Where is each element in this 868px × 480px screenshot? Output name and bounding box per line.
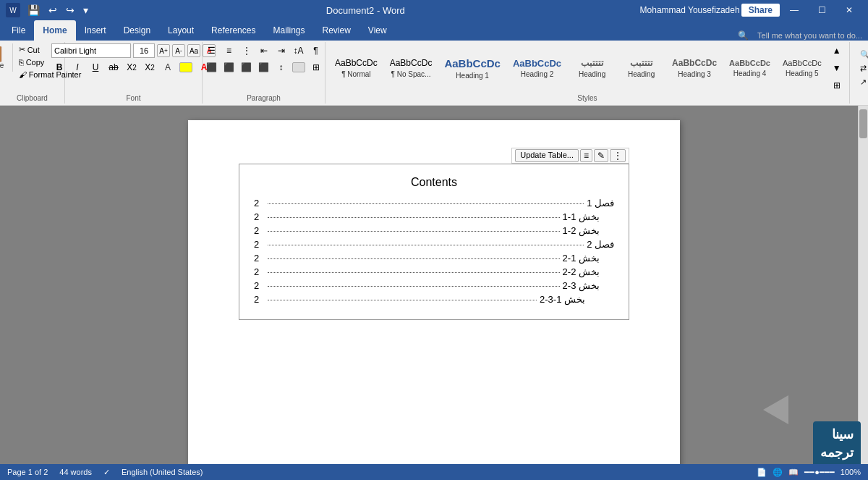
tab-references[interactable]: References — [203, 20, 264, 41]
styles-content: AaBbCcDc ¶ Normal AaBbCcDc ¶ No Spac... … — [330, 43, 845, 93]
view-web-btn[interactable]: 🌐 — [773, 468, 783, 477]
tab-mailings[interactable]: Mailings — [264, 20, 313, 41]
document-area: Update Table... ≡ ✎ ⋮ Contents فصل 1 2 — [0, 106, 868, 464]
style-arabic2-btn[interactable]: تتتتبب Heading — [618, 46, 665, 90]
toc-icon-2[interactable]: ✎ — [594, 149, 608, 162]
redo-quick-btn[interactable]: ↪ — [63, 3, 77, 17]
tab-review[interactable]: Review — [313, 20, 359, 41]
styles-more-up-btn[interactable]: ▲ — [829, 43, 845, 58]
style-heading3-preview: AaBbCcDc — [672, 58, 717, 68]
watermark-line1: سینا — [820, 426, 854, 444]
ribbon-search[interactable]: Tell me what you want to do... — [757, 31, 862, 40]
toc-entry-1: فصل 1 2 — [254, 198, 614, 209]
document-page: Update Table... ≡ ✎ ⋮ Contents فصل 1 2 — [188, 120, 680, 464]
scroll-thumb[interactable] — [859, 109, 867, 138]
undo-quick-btn[interactable]: ↩ — [46, 3, 60, 17]
styles-group: AaBbCcDc ¶ Normal AaBbCcDc ¶ No Spac... … — [326, 42, 850, 104]
share-btn[interactable]: Share — [741, 4, 780, 17]
more-quick-btn[interactable]: ▾ — [80, 3, 91, 17]
select-btn[interactable]: ↗ Select — [857, 76, 868, 88]
numbering-btn[interactable]: ≡ — [221, 43, 237, 58]
justify-btn[interactable]: ⬛ — [256, 60, 272, 75]
close-btn[interactable]: ✕ — [836, 0, 862, 20]
align-center-btn[interactable]: ⬛ — [221, 60, 237, 75]
document-wrapper: Update Table... ≡ ✎ ⋮ Contents فصل 1 2 — [0, 106, 868, 464]
find-btn[interactable]: 🔍 Find — [857, 49, 868, 61]
tab-view[interactable]: View — [359, 20, 396, 41]
tab-file[interactable]: File — [3, 20, 34, 41]
language-status: English (United States) — [122, 468, 203, 476]
sort-btn[interactable]: ↕A — [291, 43, 307, 58]
style-heading5-btn[interactable]: AaBbCcDc Heading 5 — [778, 46, 827, 90]
view-print-btn[interactable]: 📄 — [757, 468, 767, 477]
superscript-btn[interactable]: X2 — [142, 60, 158, 75]
style-heading2-btn[interactable]: AaBbCcDc Heading 2 — [508, 46, 566, 90]
toc-entry-3: بخش 2-1 2 — [254, 225, 614, 236]
font-name-input[interactable] — [51, 43, 131, 58]
bold-btn[interactable]: B — [51, 60, 67, 75]
font-size-increase-btn[interactable]: A+ — [157, 44, 170, 57]
toc-page-3: 2 — [254, 225, 265, 236]
save-quick-btn[interactable]: 💾 — [25, 3, 43, 17]
toc-page-8: 2 — [254, 294, 265, 305]
toc-dots-8 — [268, 300, 537, 300]
words-status: 44 words — [59, 468, 92, 476]
styles-expand-btn[interactable]: ⊞ — [829, 78, 845, 93]
align-left-btn[interactable]: ⬛ — [204, 60, 220, 75]
shading-btn[interactable] — [292, 62, 305, 72]
toc-icon-3[interactable]: ⋮ — [610, 149, 626, 162]
style-normal-preview: AaBbCcDc — [335, 58, 378, 68]
decrease-indent-btn[interactable]: ⇤ — [256, 43, 272, 58]
vertical-scrollbar[interactable] — [858, 106, 868, 464]
show-paragraph-btn[interactable]: ¶ — [308, 43, 324, 58]
toc-entry-5: بخش 1-2 2 — [254, 253, 614, 264]
toc-text-2: بخش 1-1 — [563, 211, 614, 222]
style-heading4-label: Heading 4 — [733, 70, 767, 77]
style-normal-btn[interactable]: AaBbCcDc ¶ Normal — [330, 46, 383, 90]
highlight-btn[interactable] — [179, 62, 192, 72]
multilevel-btn[interactable]: ⋮ — [239, 43, 255, 58]
strikethrough-btn[interactable]: ab — [106, 60, 122, 75]
align-right-btn[interactable]: ⬛ — [239, 60, 255, 75]
style-heading4-btn[interactable]: AaBbCcDc Heading 4 — [724, 46, 775, 90]
borders-btn[interactable]: ⊞ — [308, 60, 324, 75]
toc-page-4: 2 — [254, 239, 265, 250]
styles-more-down-btn[interactable]: ▼ — [829, 61, 845, 75]
font-size-decrease-btn[interactable]: A- — [172, 44, 185, 57]
style-nospacing-btn[interactable]: AaBbCcDc ¶ No Spac... — [385, 46, 438, 90]
underline-btn[interactable]: U — [88, 60, 103, 75]
subscript-btn[interactable]: X2 — [124, 60, 140, 75]
update-table-btn[interactable]: Update Table... — [515, 149, 579, 162]
increase-indent-btn[interactable]: ⇥ — [273, 43, 289, 58]
style-heading3-btn[interactable]: AaBbCcDc Heading 3 — [667, 46, 722, 90]
line-spacing-btn[interactable]: ↕ — [273, 60, 289, 75]
italic-btn[interactable]: I — [69, 60, 85, 75]
tab-layout[interactable]: Layout — [159, 20, 203, 41]
text-effects-btn[interactable]: A — [160, 60, 176, 75]
paste-btn[interactable]: 📋 Paste — [0, 43, 9, 72]
replace-btn[interactable]: ⇄ Replace — [857, 62, 868, 75]
toc-entry-2: بخش 1-1 2 — [254, 211, 614, 222]
font-size-input[interactable] — [133, 43, 155, 58]
minimize-btn[interactable]: — — [781, 0, 807, 20]
bullets-btn[interactable]: ☰ — [204, 43, 220, 58]
editing-content: 🔍 Find ⇄ Replace ↗ Select — [857, 43, 868, 93]
maximize-btn[interactable]: ☐ — [809, 0, 835, 20]
view-read-btn[interactable]: 📖 — [788, 468, 799, 477]
tab-design[interactable]: Design — [115, 20, 159, 41]
toc-page-7: 2 — [254, 280, 265, 291]
proofing-icon[interactable]: ✓ — [103, 468, 110, 477]
tab-insert[interactable]: Insert — [76, 20, 115, 41]
style-arabic1-btn[interactable]: تتتتبب Heading — [569, 46, 616, 90]
toc-entry-6: بخش 2-2 2 — [254, 266, 614, 277]
toc-icon-1[interactable]: ≡ — [580, 149, 592, 162]
style-heading5-preview: AaBbCcDc — [783, 59, 822, 68]
style-heading4-preview: AaBbCcDc — [729, 59, 770, 68]
toc-page-2: 2 — [254, 211, 265, 222]
paragraph-group: ☰ ≡ ⋮ ⇤ ⇥ ↕A ¶ ⬛ ⬛ ⬛ ⬛ ↕ ⊞ Pa — [203, 42, 326, 104]
toc-dots-5 — [268, 258, 560, 259]
style-heading1-btn[interactable]: AaBbCcDc Heading 1 — [439, 46, 506, 90]
change-case-btn[interactable]: Aa — [187, 44, 200, 57]
zoom-slider[interactable]: ━━●━━━ — [804, 468, 835, 477]
tab-home[interactable]: Home — [34, 20, 75, 41]
